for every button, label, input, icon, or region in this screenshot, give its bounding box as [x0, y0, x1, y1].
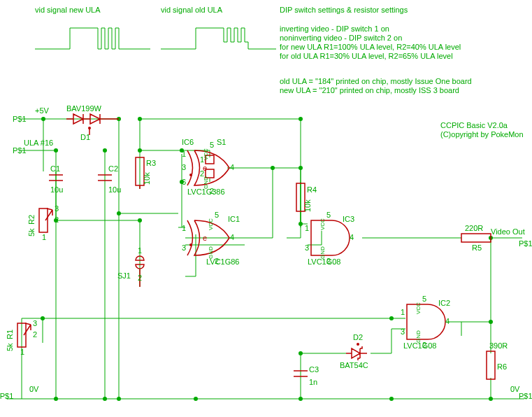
net-gnd-l: 0V — [29, 385, 39, 393]
note-3: for old ULA R1=30% ULA level, R2=65% ULA… — [280, 52, 453, 60]
svg-text:VCC: VCC — [203, 148, 209, 160]
svg-text:1: 1 — [42, 233, 46, 241]
svg-text:2: 2 — [422, 341, 426, 349]
svg-point-29 — [489, 397, 493, 401]
r3-val: 10k — [143, 172, 151, 185]
svg-text:4: 4 — [350, 233, 354, 241]
r2-val: 5k — [27, 228, 36, 236]
svg-text:4: 4 — [230, 233, 234, 241]
svg-point-24 — [299, 397, 303, 401]
copyright: (C)opyright by PokeMon — [440, 130, 524, 139]
svg-point-6 — [54, 148, 58, 153]
waveform-old-label: vid signal old ULA — [161, 6, 223, 14]
c3-ref: C3 — [309, 365, 319, 374]
svg-text:VCC: VCC — [415, 302, 422, 314]
svg-text:5: 5 — [210, 141, 214, 149]
junctions — [41, 117, 493, 401]
svg-point-23 — [299, 222, 303, 226]
r6-ref: R6 — [497, 362, 507, 371]
svg-point-20 — [271, 166, 275, 170]
diode-d1 — [66, 114, 119, 135]
resistor-r2 — [39, 208, 52, 232]
svg-text:VCC: VCC — [208, 218, 214, 230]
c2-ref: C2 — [108, 164, 118, 173]
svg-point-87 — [357, 343, 359, 346]
svg-text:P$1: P$1 — [519, 239, 532, 248]
resistor-r5 — [461, 234, 491, 242]
s1-ref: S1 — [217, 138, 226, 146]
svg-text:1: 1 — [305, 224, 309, 232]
svg-point-22 — [299, 166, 303, 170]
ic1-ref: IC1 — [228, 215, 240, 223]
svg-text:2: 2 — [210, 187, 214, 195]
svg-point-13 — [117, 397, 121, 401]
svg-point-14 — [138, 117, 142, 121]
svg-point-19 — [194, 397, 198, 401]
svg-text:2: 2 — [138, 274, 142, 282]
note-0: inverting video - DIP switch 1 on — [280, 24, 389, 33]
sj1-ref: SJ1 — [117, 271, 131, 280]
svg-text:1: 1 — [20, 348, 24, 356]
c1-val: 10u — [50, 185, 63, 194]
svg-point-5 — [41, 117, 45, 121]
ic2-ref: IC2 — [438, 299, 450, 307]
svg-rect-37 — [39, 208, 48, 232]
svg-text:5: 5 — [326, 211, 331, 219]
svg-text:1: 1 — [182, 224, 186, 232]
d1-val: BAV199W — [66, 104, 102, 113]
svg-text:3: 3 — [182, 163, 186, 171]
svg-point-30 — [41, 316, 45, 320]
svg-text:VCC: VCC — [319, 218, 326, 230]
svg-rect-45 — [461, 234, 491, 242]
jumper-sj1 — [136, 256, 144, 287]
resistor-r6 — [487, 351, 495, 379]
svg-text:2: 2 — [55, 215, 59, 224]
note-2: for new ULA R1=100% ULA level, R2=40% UL… — [280, 43, 461, 51]
svg-text:1: 1 — [401, 308, 405, 316]
ic3-ref: IC3 — [343, 215, 354, 223]
c1-ref: C1 — [50, 164, 60, 173]
svg-text:3: 3 — [182, 243, 186, 252]
note-6: new ULA = "210" printed on chip, mostly … — [280, 86, 459, 94]
svg-point-28 — [489, 320, 493, 324]
svg-text:3: 3 — [55, 204, 59, 213]
c3-val: 1n — [309, 378, 317, 386]
svg-text:5: 5 — [215, 211, 219, 219]
svg-point-31 — [299, 351, 303, 355]
svg-text:GND: GND — [203, 176, 209, 189]
r4-ref: R4 — [307, 185, 317, 194]
svg-text:4: 4 — [230, 163, 234, 171]
net-out: Video Out — [491, 227, 525, 236]
svg-point-8 — [54, 397, 58, 401]
svg-text:2: 2 — [33, 330, 37, 339]
note-1: noninverting video - DIP switch 2 on — [280, 34, 402, 42]
net-5v: +5V — [35, 106, 50, 115]
svg-text:6: 6 — [182, 178, 186, 186]
svg-text:e: e — [203, 164, 207, 172]
ic6-ref: IC6 — [182, 138, 194, 146]
svg-point-12 — [117, 211, 121, 215]
diode-d2 — [346, 343, 367, 360]
r5-val: 220R — [465, 224, 483, 232]
net-ula: ULA #16 — [24, 139, 53, 147]
svg-point-25 — [389, 316, 394, 320]
svg-text:e: e — [203, 234, 207, 242]
notes-title: DIP switch settings & resistor settings — [280, 6, 408, 14]
svg-rect-46 — [487, 351, 495, 379]
c2-val: 10u — [108, 185, 121, 194]
svg-point-21 — [299, 117, 303, 121]
svg-text:1: 1 — [182, 150, 186, 158]
title: CCPIC Basic V2.0a — [440, 121, 508, 129]
note-5: old ULA = "184" printed on chip, mostly … — [280, 77, 472, 85]
r5-ref: R5 — [472, 243, 482, 252]
svg-text:2: 2 — [215, 257, 219, 265]
d1-ref: D1 — [80, 133, 90, 141]
svg-text:1: 1 — [138, 246, 142, 255]
r1-val: 5k — [6, 343, 14, 351]
svg-point-64 — [189, 243, 192, 246]
r2-ref: R2 — [27, 215, 36, 225]
d2-ref: D2 — [353, 333, 363, 341]
svg-text:2: 2 — [326, 257, 331, 265]
r4-val: 10k — [303, 199, 312, 212]
svg-text:GND: GND — [415, 330, 422, 343]
